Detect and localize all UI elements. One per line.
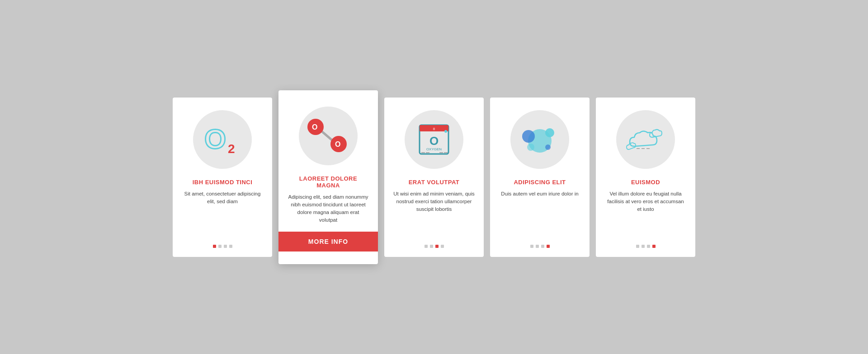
card-5-title: EUISMOD xyxy=(631,179,660,186)
molecule-icon-circle: O O xyxy=(299,107,358,165)
card-4-title: ADIPISCING ELIT xyxy=(514,179,566,186)
card-3-text: Ut wisi enim ad minim veniam, quis nostr… xyxy=(393,190,475,238)
card-5-dots xyxy=(636,245,656,248)
dot xyxy=(547,245,550,248)
svg-point-19 xyxy=(545,128,554,137)
dot xyxy=(636,245,639,248)
svg-point-21 xyxy=(545,144,551,150)
dot xyxy=(430,245,433,248)
svg-text:8: 8 xyxy=(433,127,435,131)
dot xyxy=(441,245,444,248)
dot xyxy=(435,245,439,248)
card-1-title: IBH EUISMOD TINCI xyxy=(193,179,253,186)
card-5: EUISMOD Vel illum dolore eu feugiat null… xyxy=(596,98,695,257)
card-1: O 2 IBH EUISMOD TINCI Sit amet, consecte… xyxy=(173,98,272,257)
card-3-title: ERAT VOLUTPAT xyxy=(409,179,460,186)
clouds-icon-circle xyxy=(616,110,675,169)
svg-point-16 xyxy=(444,130,447,133)
svg-rect-14 xyxy=(439,152,443,153)
card-4-text: Duis autem vel eum iriure dolor in xyxy=(501,190,578,238)
o2-icon-circle: O 2 xyxy=(193,110,252,169)
cards-container: O 2 IBH EUISMOD TINCI Sit amet, consecte… xyxy=(173,98,695,257)
svg-text:2: 2 xyxy=(228,142,235,155)
svg-text:O: O xyxy=(204,124,226,154)
dot xyxy=(652,245,656,248)
card-2-text: Adipiscing elit, sed diam nonummy nibh e… xyxy=(288,193,369,224)
dot xyxy=(647,245,650,248)
svg-rect-12 xyxy=(421,152,425,153)
dot xyxy=(642,245,645,248)
svg-text:O: O xyxy=(312,123,317,131)
dot xyxy=(229,245,232,248)
bubbles-icon-circle xyxy=(510,110,569,169)
card-3: 8 O OXYGEN ERAT VOLUTPAT Ut wisi enim ad… xyxy=(384,98,484,257)
svg-rect-15 xyxy=(444,152,448,153)
card-3-dots xyxy=(425,245,444,248)
dot xyxy=(218,245,222,248)
dot xyxy=(213,245,216,248)
dot xyxy=(530,245,533,248)
oxygen-box-icon-circle: 8 O OXYGEN xyxy=(405,110,463,169)
card-1-text: Sit amet, consectetuer adipiscing elit, … xyxy=(182,190,263,238)
svg-rect-13 xyxy=(426,152,429,153)
dot xyxy=(425,245,428,248)
card-2: O O LAOREET DOLORE MAGNA Adipiscing elit… xyxy=(278,90,378,264)
svg-point-20 xyxy=(527,144,534,151)
svg-text:OXYGEN: OXYGEN xyxy=(426,147,442,151)
dot xyxy=(541,245,544,248)
card-4: ADIPISCING ELIT Duis autem vel eum iriur… xyxy=(490,98,590,257)
svg-text:O: O xyxy=(429,134,439,148)
svg-point-18 xyxy=(522,130,535,143)
card-5-text: Vel illum dolore eu feugiat nulla facili… xyxy=(605,190,686,238)
svg-text:O: O xyxy=(335,140,340,148)
dot xyxy=(536,245,539,248)
card-2-title: LAOREET DOLORE MAGNA xyxy=(288,175,369,189)
more-info-button[interactable]: MORE INFO xyxy=(278,232,378,252)
card-1-dots xyxy=(213,245,232,248)
card-4-dots xyxy=(530,245,550,248)
dot xyxy=(224,245,227,248)
